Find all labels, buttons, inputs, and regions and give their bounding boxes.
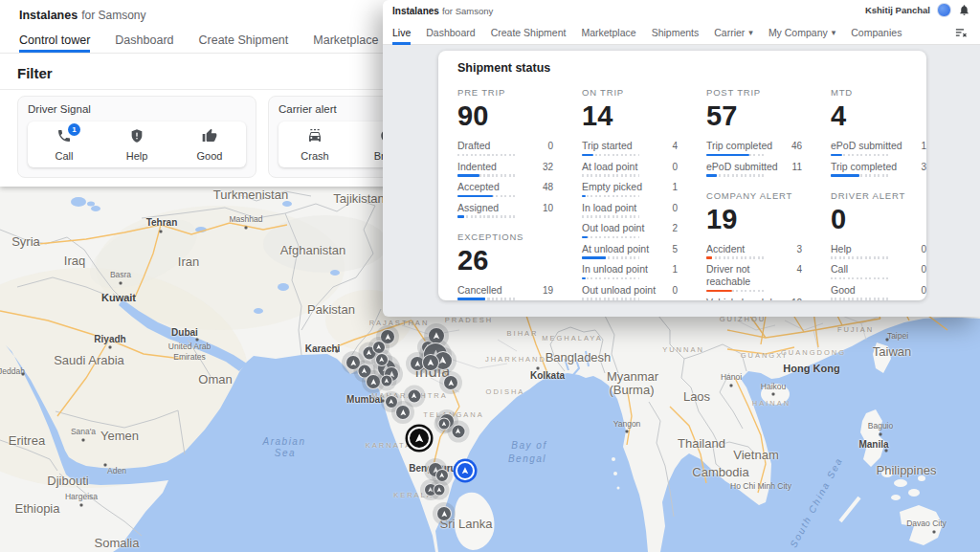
filter-button-label: Good — [197, 150, 223, 162]
status-row-line: ePoD submitted11 — [706, 161, 802, 173]
status-row-value: 4 — [796, 264, 802, 275]
progress-track — [457, 215, 515, 218]
map-marker-vehicle[interactable] — [452, 425, 466, 439]
car-crash-icon — [307, 128, 323, 147]
map-marker-vehicle[interactable] — [408, 389, 422, 404]
overlay-header: Instalanesfor Samsony Kshitij Panchal — [383, 0, 980, 21]
status-row-assigned: Assigned10 — [457, 202, 553, 218]
status-row-drafted: Drafted0 — [457, 140, 553, 156]
status-row-line: Vehicle breakdown12 — [706, 297, 802, 301]
filter-button-call[interactable]: Call1 — [28, 121, 100, 167]
status-row-line: Trip completed3 — [831, 161, 926, 173]
main-nav-control-tower[interactable]: Control tower — [19, 28, 90, 53]
map-marker-vehicle[interactable] — [375, 353, 389, 366]
status-row-value: 1 — [672, 264, 678, 275]
brand-name: Instalanes — [392, 6, 439, 16]
map-marker-active[interactable] — [456, 461, 475, 480]
status-section-pre-trip: PRE TRIP90Drafted0Indented32Accepted48As… — [457, 87, 553, 218]
status-row-value: 2 — [672, 223, 678, 233]
overlay-nav-shipments[interactable]: Shipments — [652, 21, 700, 45]
status-row-label: Accepted — [457, 181, 500, 193]
status-row-label: Help — [831, 243, 852, 255]
main-nav-create-shipment[interactable]: Create Shipment — [199, 28, 289, 53]
main-nav-marketplace[interactable]: Marketplace — [313, 28, 378, 53]
clear-filters-icon[interactable] — [954, 26, 969, 44]
section-total: 0 — [831, 204, 926, 234]
filter-button-help[interactable]: Help — [100, 121, 173, 167]
status-row-line: Out load point2 — [582, 222, 678, 234]
status-row-value: 3 — [796, 244, 802, 254]
section-total: 19 — [706, 204, 802, 234]
map-marker-vehicle[interactable] — [422, 354, 439, 371]
status-row-accepted: Accepted48 — [457, 181, 553, 197]
city-dot — [109, 346, 112, 349]
nav-label: Shipments — [652, 27, 700, 38]
section-label: COMPANY ALERT — [706, 190, 802, 201]
filter-card-panel: Call1HelpGood — [28, 121, 246, 167]
overlay-nav-live[interactable]: Live — [392, 21, 411, 45]
map-marker-vehicle[interactable] — [381, 375, 393, 387]
city-dot — [626, 431, 629, 433]
status-row-label: Indented — [457, 161, 497, 173]
status-row-value: 0 — [672, 162, 678, 172]
status-row-value: 0 — [921, 285, 926, 296]
status-row-value: 11 — [792, 162, 802, 172]
status-section-exceptions: EXCEPTIONS26Cancelled19Rejected7 — [457, 232, 553, 301]
city-dot — [886, 339, 889, 342]
status-row-driver-not-reachable: Driver not reachable4 — [706, 263, 802, 292]
overlay-nav-marketplace[interactable]: Marketplace — [581, 21, 635, 45]
status-row-value: 0 — [672, 285, 678, 296]
progress-fill — [457, 174, 479, 177]
map-marker-selected[interactable] — [408, 427, 431, 450]
progress-fill — [706, 290, 732, 293]
status-row-indented: Indented32 — [457, 161, 553, 177]
filter-button-label: Call — [56, 150, 74, 162]
filter-title: Filter — [17, 65, 53, 81]
map-marker-vehicle[interactable] — [443, 375, 458, 390]
status-row-line: At unload point5 — [582, 243, 678, 255]
overlay-nav-companies[interactable]: Companies — [851, 21, 902, 45]
progress-fill — [706, 154, 749, 157]
shipment-status-card: Shipment status PRE TRIP90Drafted0Indent… — [438, 51, 926, 300]
map-marker-vehicle[interactable] — [366, 374, 381, 389]
map-marker-vehicle[interactable] — [434, 484, 446, 497]
status-section-post-trip: POST TRIP57Trip completed46ePoD submitte… — [706, 87, 802, 177]
status-row-label: In unload point — [582, 263, 648, 276]
status-row-label: At unload point — [582, 243, 649, 255]
status-row-value: 0 — [547, 141, 553, 151]
status-row-call: Call0 — [831, 263, 926, 279]
map-marker-vehicle[interactable] — [395, 405, 411, 420]
filter-button-label: Crash — [301, 150, 328, 162]
map-marker-vehicle[interactable] — [438, 418, 451, 431]
section-label: MTD — [831, 87, 926, 98]
map-marker-vehicle[interactable] — [372, 341, 386, 354]
progress-fill — [582, 195, 586, 198]
city-dot — [772, 393, 775, 396]
progress-fill — [457, 298, 485, 300]
city-dot — [885, 450, 888, 453]
filter-button-good[interactable]: Good — [173, 121, 246, 167]
map-marker-vehicle[interactable] — [435, 469, 449, 482]
overlay-nav-dashboard[interactable]: Dashboard — [426, 21, 475, 45]
map-marker-vehicle[interactable] — [436, 506, 452, 521]
city-dot — [537, 367, 540, 370]
notifications-bell-icon[interactable] — [958, 4, 970, 16]
status-row-label: Empty picked — [582, 181, 642, 193]
avatar[interactable] — [937, 3, 951, 17]
status-row-value: 3 — [921, 162, 926, 172]
overlay-nav-create-shipment[interactable]: Create Shipment — [491, 21, 567, 45]
progress-fill — [582, 277, 586, 280]
section-total: 57 — [706, 100, 802, 131]
nav-label: Create Shipment — [199, 33, 289, 47]
section-label: EXCEPTIONS — [457, 232, 553, 242]
progress-track — [582, 195, 639, 198]
status-row-line: Trip started4 — [582, 140, 678, 152]
overlay-nav-carrier[interactable]: Carrier▾ — [714, 21, 753, 45]
nav-label: Live — [392, 27, 411, 38]
filter-card-driver-signal: Driver SignalCall1HelpGood — [17, 96, 256, 178]
main-nav-dashboard[interactable]: Dashboard — [115, 28, 173, 53]
progress-track — [706, 290, 764, 293]
filter-button-crash[interactable]: Crash — [278, 121, 351, 167]
status-row-line: Assigned10 — [457, 202, 553, 214]
overlay-nav-my-company[interactable]: My Company▾ — [768, 21, 835, 45]
